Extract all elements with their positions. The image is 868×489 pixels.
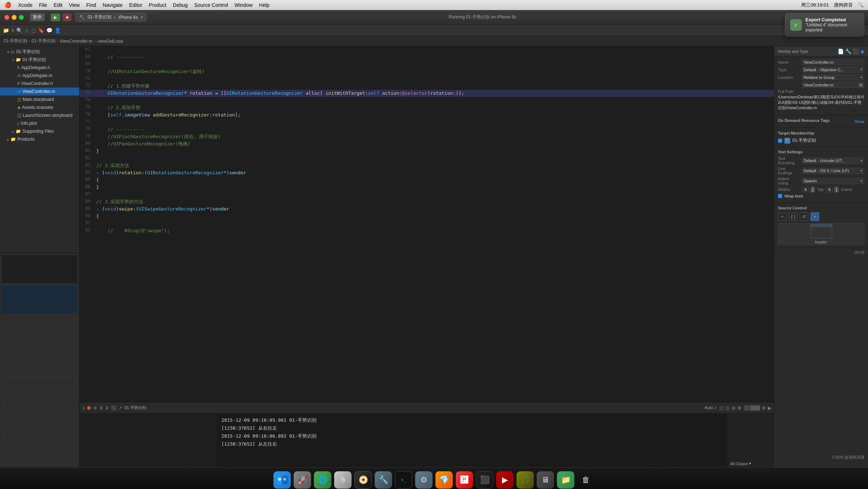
breadcrumb-part-2[interactable]: 01-手势识别 <box>31 38 55 44</box>
inspector-tab-4[interactable]: ◈ <box>860 48 864 54</box>
menu-xcode[interactable]: Xcode <box>18 2 33 8</box>
nav-test-icon[interactable]: ◻ <box>31 27 36 33</box>
dock-safari[interactable]: 🌐 <box>314 471 331 489</box>
dock-mouse[interactable]: 🖱 <box>334 471 352 489</box>
tree-item-project[interactable]: 🗂 01-手势识别 <box>0 48 79 56</box>
mini-preview-7[interactable] <box>1 437 78 466</box>
breadcrumb-part-1[interactable]: 01-手势识别 <box>4 38 27 44</box>
dock-player[interactable]: ▶ <box>496 471 514 489</box>
tree-main-storyboard[interactable]: ◫ Main.storyboard <box>0 95 79 103</box>
menu-find[interactable]: Find <box>86 2 96 8</box>
dock-media[interactable]: 📀 <box>354 471 372 489</box>
sc-blame-icon[interactable]: ▪ <box>810 212 819 221</box>
dock-trash[interactable]: 🗑 <box>577 471 595 489</box>
dock-sketch[interactable]: 💎 <box>435 471 453 489</box>
debug-pause-icon[interactable]: ⏸ <box>93 405 97 411</box>
location-field-value[interactable]: Relative to Group ▾ <box>802 74 864 80</box>
nav-search-icon[interactable]: 🔍 <box>16 27 22 33</box>
apple-menu[interactable]: 🍎 <box>4 1 12 8</box>
debug-step-over-icon[interactable]: ⬆ <box>99 405 103 411</box>
tree-products[interactable]: 📁 Products <box>0 135 79 143</box>
location-file-value[interactable]: ViewController.m ▤ <box>802 82 864 88</box>
tree-assets[interactable]: ◈ Assets.xcassets <box>0 103 79 111</box>
wrap-lines-checkbox[interactable]: ✓ <box>778 194 782 198</box>
menu-file[interactable]: File <box>39 2 47 8</box>
tree-viewcontroller-m[interactable]: m ViewController.m <box>0 88 79 95</box>
mini-preview-3[interactable] <box>1 315 78 344</box>
tree-info-plist[interactable]: p Info.plist <box>0 119 79 127</box>
tab-width-stepper[interactable]: ▲ ▼ <box>810 187 815 192</box>
indent-width-stepper[interactable]: ▲ ▼ <box>834 187 839 192</box>
indent-using-value[interactable]: Spaces ▾ <box>802 178 864 184</box>
name-field-value[interactable]: ViewController.m <box>802 59 864 65</box>
all-output-selector[interactable]: All Output <box>730 462 748 466</box>
tree-appdelegate-m[interactable]: m AppDelegate.m <box>0 72 79 80</box>
indent-width-down[interactable]: ▼ <box>834 190 839 192</box>
pause-button[interactable]: 暂停 <box>30 13 45 21</box>
inspector-tab-2[interactable]: 🔧 <box>845 48 851 54</box>
view-toggle-2[interactable]: ◫ <box>726 405 729 411</box>
dock-sysprefs[interactable]: ⚙ <box>415 471 433 489</box>
breadcrumb-part-3[interactable]: ViewController.m <box>60 39 92 44</box>
type-field-value[interactable]: Default - Objective-C... ▾ <box>802 67 864 73</box>
split-icon-2[interactable] <box>750 405 760 411</box>
sc-diff-icon[interactable]: { } <box>789 212 797 221</box>
inspector-tab-1[interactable]: 📄 <box>838 48 844 54</box>
line-endings-value[interactable]: Default - OS X / Unix (LF) ▾ <box>802 168 864 174</box>
view-toggle-1[interactable]: ◫ <box>719 405 723 411</box>
mini-preview-1[interactable] <box>1 255 78 284</box>
menu-view[interactable]: View <box>69 2 80 8</box>
dock-finder2[interactable]: 📁 <box>557 471 574 489</box>
dock-terminal[interactable]: >_ <box>395 471 412 489</box>
scheme-selector[interactable]: 🔨 01-手势识别 › iPhone 6s ▾ <box>75 13 147 22</box>
stop-button[interactable]: ■ <box>63 13 72 21</box>
menu-window[interactable]: Window <box>234 2 252 8</box>
debug-step-into-icon[interactable]: ⬇ <box>105 405 109 411</box>
nav-warning-icon[interactable]: ⚠ <box>25 27 29 33</box>
inspector-tab-3[interactable]: ⬛ <box>853 48 859 54</box>
mini-preview-2[interactable] <box>1 285 78 314</box>
tree-supporting-files[interactable]: 📁 Supporting Files <box>0 127 79 135</box>
show-button[interactable]: Show <box>854 119 864 124</box>
sc-history-icon[interactable]: ↺ <box>800 212 808 221</box>
dock-launchpad[interactable]: 🚀 <box>294 471 311 489</box>
sc-add-icon[interactable]: + <box>778 212 787 221</box>
nav-debug-icon[interactable]: 🔖 <box>38 27 44 33</box>
menu-product[interactable]: Product <box>149 2 166 8</box>
location-browse-icon[interactable]: ▤ <box>859 82 863 87</box>
dock-display[interactable]: 🖥 <box>537 471 554 489</box>
split-icon-1[interactable] <box>744 405 750 411</box>
debug-list-icon[interactable]: ≡ <box>82 405 85 411</box>
nav-report-icon[interactable]: 💬 <box>46 27 52 33</box>
fullscreen-button[interactable] <box>19 15 24 20</box>
debug-step-out-icon[interactable]: ⬛ <box>111 405 116 411</box>
menu-navigate[interactable]: Navigate <box>103 2 123 8</box>
mini-preview-5[interactable] <box>1 376 78 405</box>
tree-appdelegate-h[interactable]: h AppDelegate.h <box>0 64 79 72</box>
nav-folder-icon[interactable]: 📁 <box>3 27 9 33</box>
expand-icon[interactable]: ⊞ <box>762 405 766 411</box>
close-button[interactable] <box>4 15 9 20</box>
view-toggle-3[interactable]: ⊞ <box>732 405 735 411</box>
tree-viewcontroller-h[interactable]: h ViewController.h <box>0 80 79 88</box>
tree-launch-storyboard[interactable]: ◫ LaunchScreen.storyboard <box>0 111 79 119</box>
minimize-button[interactable] <box>12 15 17 20</box>
menu-help[interactable]: Help <box>259 2 269 8</box>
dock-music[interactable]: 🎵 <box>516 471 534 489</box>
menu-debug[interactable]: Debug <box>173 2 188 8</box>
menu-edit[interactable]: Edit <box>54 2 62 8</box>
mini-preview-6[interactable] <box>1 407 78 435</box>
nav-person-icon[interactable]: 👤 <box>55 27 61 33</box>
dock-finder[interactable] <box>273 471 291 489</box>
encoding-value[interactable]: Default - Unicode (UT... ▾ <box>802 158 864 164</box>
clear-output-icon[interactable]: 🗑 <box>737 405 742 411</box>
target-checkbox[interactable]: ✓ <box>778 139 782 143</box>
mini-preview-4[interactable] <box>1 346 78 375</box>
code-editor[interactable]: 67 68 // ---------- 69 <box>80 46 774 402</box>
search-icon[interactable]: 🔍 <box>858 2 864 8</box>
menu-editor[interactable]: Editor <box>129 2 142 8</box>
menu-source-control[interactable]: Source Control <box>194 2 228 8</box>
breadcrumb-part-4[interactable]: -viewDidLoad <box>97 39 123 44</box>
nav-list-icon[interactable]: ≡ <box>11 27 14 33</box>
run-button[interactable]: ▶ <box>51 13 60 21</box>
